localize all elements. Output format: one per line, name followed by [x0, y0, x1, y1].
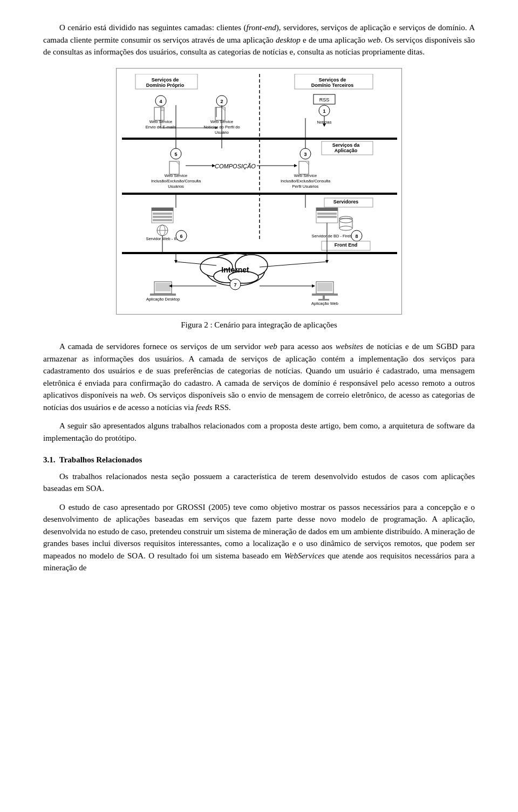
svg-text:1: 1 [323, 108, 325, 114]
paragraph-5: O estudo de caso apresentado por GROSSI … [43, 501, 475, 574]
svg-text:Usuários: Usuários [168, 184, 184, 189]
svg-text:5: 5 [174, 152, 177, 157]
section-3-1-num: 3.1. [43, 455, 56, 464]
svg-text:6: 6 [180, 234, 182, 239]
paragraph-3: A seguir são apresentados alguns trabalh… [43, 420, 475, 444]
section-3-1-heading: 3.1. Trabalhos Relacionados [43, 454, 475, 466]
svg-rect-46 [152, 208, 173, 211]
paragraph-4: Os trabalhos relacionados nesta seção po… [43, 470, 475, 495]
svg-text:4: 4 [159, 99, 162, 104]
paragraph-3-text: A seguir são apresentados alguns trabalh… [43, 420, 475, 444]
svg-point-62 [339, 226, 352, 230]
paragraph-5-text: O estudo de caso apresentado por GROSSI … [43, 501, 475, 574]
svg-rect-69 [122, 252, 397, 254]
svg-point-63 [339, 219, 352, 223]
svg-rect-80 [150, 294, 176, 296]
svg-text:Web Service: Web Service [294, 173, 317, 178]
paragraph-2-text: A camada de servidores fornece os serviç… [43, 340, 475, 413]
svg-text:RSS: RSS [319, 97, 330, 103]
main-content: O cenário está dividido nas seguintes ca… [43, 22, 475, 574]
svg-text:Perfil Usuários: Perfil Usuários [292, 184, 319, 189]
svg-rect-47 [153, 213, 172, 215]
svg-rect-86 [318, 299, 329, 301]
svg-text:8: 8 [355, 234, 358, 239]
figure-2: Serviços de Domínio Próprio Serviços de … [43, 68, 475, 331]
figure-box: Serviços de Domínio Próprio Serviços de … [116, 68, 402, 315]
svg-text:Aplicação: Aplicação [335, 148, 358, 153]
svg-text:Internet: Internet [221, 265, 249, 274]
svg-text:Web Service: Web Service [165, 173, 187, 178]
svg-text:Inclusão/Exclusão/Consulta: Inclusão/Exclusão/Consulta [151, 179, 201, 183]
svg-rect-58 [317, 213, 337, 215]
svg-text:2: 2 [220, 99, 223, 104]
svg-text:Front End: Front End [335, 242, 358, 248]
svg-rect-48 [153, 216, 172, 218]
svg-text:COMPOSIÇÃO: COMPOSIÇÃO [215, 163, 256, 169]
svg-text:Domínio Terceiros: Domínio Terceiros [311, 83, 353, 88]
svg-rect-49 [153, 219, 172, 221]
figure-caption: Figura 2 : Cenário para integração de ap… [181, 319, 337, 331]
svg-rect-59 [317, 216, 337, 218]
paragraph-1: O cenário está dividido nas seguintes ca… [43, 22, 475, 58]
architecture-diagram: Serviços de Domínio Próprio Serviços de … [122, 74, 397, 309]
svg-rect-85 [323, 296, 325, 299]
svg-rect-25 [122, 138, 397, 140]
section-3-1-title: Trabalhos Relacionados [59, 455, 142, 464]
svg-text:Serviços de: Serviços de [152, 77, 179, 83]
svg-text:3: 3 [304, 152, 306, 157]
paragraph-2: A camada de servidores fornece os serviç… [43, 340, 475, 413]
svg-text:Servidor de BD - Firebird: Servidor de BD - Firebird [312, 234, 357, 238]
svg-text:7: 7 [234, 282, 236, 288]
svg-text:Serviços de: Serviços de [319, 77, 346, 83]
svg-text:Aplicação Web: Aplicação Web [311, 301, 338, 306]
svg-text:Domínio Próprio: Domínio Próprio [146, 83, 185, 88]
paragraph-4-text: Os trabalhos relacionados nesta seção po… [43, 470, 475, 495]
paragraph-1-text: O cenário está dividido nas seguintes ca… [43, 22, 475, 58]
figure-caption-text: Figura 2 : Cenário para integração de ap… [181, 320, 337, 329]
svg-rect-79 [155, 283, 171, 291]
svg-text:Servidores: Servidores [333, 199, 359, 204]
svg-text:Inclusão/Exclusão/Consulta: Inclusão/Exclusão/Consulta [281, 179, 331, 183]
svg-text:Serviços da: Serviços da [332, 142, 360, 148]
svg-rect-57 [316, 208, 338, 211]
svg-rect-84 [312, 294, 338, 296]
svg-rect-42 [122, 193, 397, 195]
svg-rect-83 [317, 283, 332, 291]
svg-text:Aplicação Desktop: Aplicação Desktop [146, 297, 180, 302]
